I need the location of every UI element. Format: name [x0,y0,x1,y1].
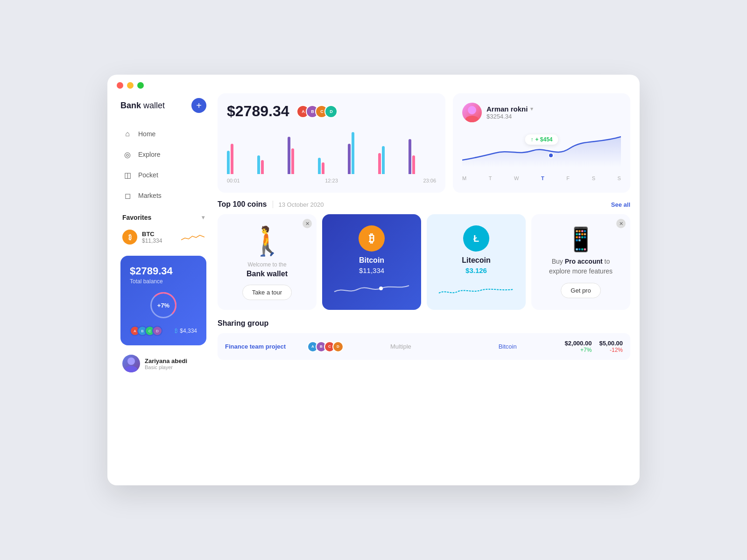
btc-favorite-item[interactable]: ₿ BTC $11,334 [117,226,210,248]
chart-label-3: 23:06 [423,178,436,183]
sharing-amount-2: $5,00.00 [599,340,623,347]
bitcoin-wave-chart [331,280,412,299]
coins-section: Top 100 coins 13 October 2020 See all ✕ … [218,200,630,310]
sharing-row[interactable]: Finance team project A B C D Multiple Bi… [218,333,630,360]
sidebar-item-explore[interactable]: ◎ Explore [117,145,210,164]
btc-info: BTC $11,334 [142,231,162,244]
btc-price: $11,334 [142,238,162,244]
chevron-down-icon[interactable]: ▾ [530,106,533,112]
week-f: F [566,175,570,181]
app-body: Bank wallet + ⌂ Home ◎ Explore ◫ Pocket … [107,89,640,390]
profile-name: Arman rokni ▾ [486,105,533,113]
btc-icon: ₿ [122,230,137,245]
litecoin-card[interactable]: Ł Litecoin $3.126 [427,214,526,310]
gain-badge: ↑ + $454 [525,134,558,145]
coins-header: Top 100 coins 13 October 2020 See all [218,200,630,209]
litecoin-name: Litecoin [462,256,490,265]
bar-group-6 [378,146,406,174]
balance-card: $2789.34 Total balance +7% A B C D ₿ $4,… [120,256,206,345]
close-dot[interactable] [117,82,123,89]
favorites-header: Favorites ▾ [117,206,210,226]
nav-label-pocket: Pocket [138,171,158,179]
bar-red-1 [231,144,233,174]
bitcoin-icon: ₿ [359,225,385,252]
litecoin-price: $3.126 [465,266,487,274]
svg-point-3 [465,116,479,122]
bar-chart [227,127,436,174]
pro-card: ✕ 📱 Buy Pro account to explore more feat… [531,214,630,310]
pro-text-bold: Pro account [565,258,603,265]
chart-header: $2789.34 A B C D [227,103,436,120]
bar-blue-5 [352,132,354,174]
minimize-dot[interactable] [127,82,134,89]
pocket-icon: ◫ [122,170,133,180]
sidebar-item-home[interactable]: ⌂ Home [117,124,210,144]
favorites-label: Favorites [122,214,151,221]
chart-amount-value: $2789.34 [227,103,289,120]
btc-name: BTC [142,231,162,238]
favorites-chevron-icon[interactable]: ▾ [202,214,204,221]
bar-blue-2 [257,155,260,174]
balance-label: Total balance [130,278,197,285]
bar-purple-5 [348,144,351,174]
markets-icon: ◻ [122,190,133,201]
sharing-pct-2: -12% [599,347,623,353]
maximize-dot[interactable] [137,82,144,89]
pro-text-before: Buy [552,258,565,265]
home-icon: ⌂ [122,129,133,139]
get-pro-button[interactable]: Get pro [561,283,600,298]
welcome-title: Bank wallet [247,270,288,278]
avatar-4: D [152,326,162,336]
titlebar [107,75,640,89]
bar-group-5 [348,132,375,174]
nav-label-home: Home [138,130,155,138]
bar-blue-6 [382,146,385,174]
balance-percent: +7% [150,292,176,318]
pro-close-button[interactable]: ✕ [616,219,626,228]
sidebar-item-markets[interactable]: ◻ Markets [117,186,210,205]
nav-label-explore: Explore [138,151,160,158]
litecoin-wave-chart [436,280,516,299]
bitcoin-card[interactable]: ₿ Bitcoin $11,334 [322,214,421,310]
chart-label-1: 00:01 [227,178,240,183]
top-row: $2789.34 A B C D [218,93,630,193]
welcome-close-button[interactable]: ✕ [303,219,312,228]
explore-icon: ◎ [122,149,133,160]
user-profile[interactable]: Zariyana abedi Basic player [117,345,210,376]
chart-avatar-4: D [324,105,338,118]
bar-group-7 [409,139,436,174]
week-t1: T [489,175,492,181]
bar-group-3 [288,137,315,174]
welcome-sub: Welcome to the [247,261,286,268]
balance-btc-amount: ₿ $4,334 [175,328,197,334]
profile-amount: $3254.34 [486,113,533,120]
sidebar-brand: Bank wallet + [117,98,210,113]
svg-point-1 [125,366,137,372]
take-tour-button[interactable]: Take a tour [242,285,292,300]
coins-title-text: Top 100 coins [218,200,267,209]
see-all-button[interactable]: See all [611,201,630,208]
app-window: Bank wallet + ⌂ Home ◎ Explore ◫ Pocket … [107,75,640,485]
bar-group-2 [257,155,285,174]
svg-point-2 [468,106,476,114]
brand-name: Bank wallet [120,101,165,111]
btc-left: ₿ BTC $11,334 [122,230,162,245]
profile-header: Arman rokni ▾ $3254.34 [462,103,621,122]
add-button[interactable]: + [191,98,206,113]
bar-blue-1 [227,151,230,174]
week-s2: S [618,175,621,181]
balance-footer: A B C D ₿ $4,334 [130,326,197,336]
bar-red-3 [291,148,294,174]
btc-symbol-icon: ₿ [175,328,178,334]
profile-picture [462,103,482,122]
sidebar-item-pocket[interactable]: ◫ Pocket [117,165,210,185]
bar-group-4 [318,158,345,174]
week-t2-active: T [541,175,544,181]
bar-group-1 [227,144,254,174]
chart-labels: 00:01 12:23 23:06 [227,178,436,183]
balance-avatars: A B C D [130,326,162,336]
btc-sparkline [181,231,204,243]
coins-divider [273,201,273,208]
sharing-avatars: A B C D [307,341,344,352]
bitcoin-price: $11,334 [359,266,384,274]
